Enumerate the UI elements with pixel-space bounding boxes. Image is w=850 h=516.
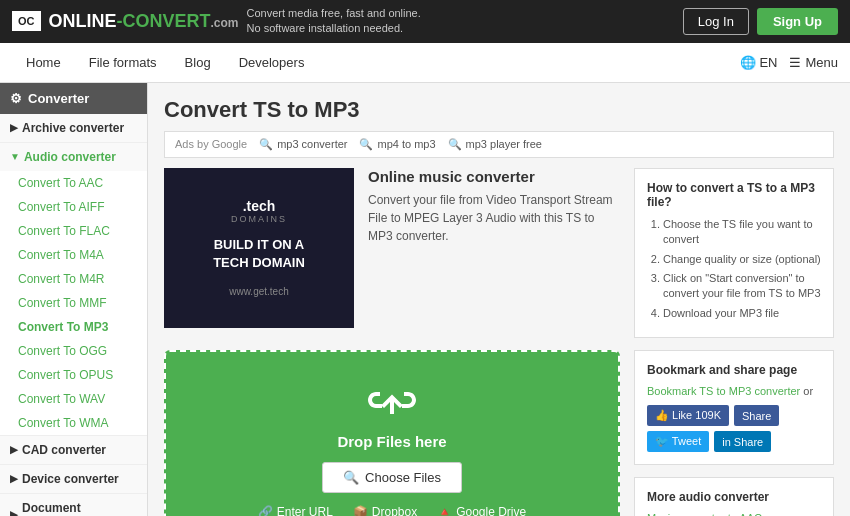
bookmark-link[interactable]: Bookmark TS to MP3 converter [647,385,800,397]
bookmark-text: Bookmark TS to MP3 converter or [647,385,821,397]
ad-link-1[interactable]: 🔍 mp3 converter [259,138,347,151]
logo-area: OC ONLINE-CONVERT.com Convert media free… [12,6,421,37]
ad-label: Ads by Google [175,138,247,150]
header: OC ONLINE-CONVERT.com Convert media free… [0,0,850,43]
nav-blog[interactable]: Blog [171,43,225,82]
more-link-aac[interactable]: Music converter to AAC [647,512,821,516]
content-left: .tech DOMAINS BUILD IT ON ATECH DOMAIN w… [164,168,620,516]
how-to-step-4: Download your MP3 file [663,306,821,321]
ad-link-3[interactable]: 🔍 mp3 player free [448,138,542,151]
upload-area[interactable]: Drop Files here 🔍 Choose Files 🔗 Enter U… [164,350,620,516]
sidebar-device-header[interactable]: ▶ Device converter [0,465,147,493]
logo-icon: OC [12,11,41,31]
main-content: Convert TS to MP3 Ads by Google 🔍 mp3 co… [148,83,850,516]
sidebar-item-flac[interactable]: Convert To FLAC [0,219,147,243]
how-to-step-3: Click on "Start conversion" to convert y… [663,271,821,302]
sidebar-title: ⚙ Converter [0,83,147,114]
ad-bar: Ads by Google 🔍 mp3 converter 🔍 mp4 to m… [164,131,834,158]
drive-icon: 🔺 [437,505,452,516]
menu-label: Menu [805,55,838,70]
arrow-icon: ▶ [10,444,18,455]
sidebar-item-m4r[interactable]: Convert To M4R [0,267,147,291]
nav-links: Home File formats Blog Developers [12,43,318,82]
sidebar-item-opus[interactable]: Convert To OPUS [0,363,147,387]
drop-text: Drop Files here [186,433,598,450]
sidebar-section-audio: ▼ Audio converter Convert To AAC Convert… [0,143,147,436]
main-nav: Home File formats Blog Developers 🌐 EN ☰… [0,43,850,83]
page-title: Convert TS to MP3 [164,97,834,123]
sidebar-audio-header[interactable]: ▼ Audio converter [0,143,147,171]
social-buttons: 👍 Like 109K Share 🐦 Tweet in Share [647,405,821,452]
sidebar-cad-header[interactable]: ▶ CAD converter [0,436,147,464]
hamburger-icon: ☰ [789,55,801,70]
right-sidebar: How to convert a TS to a MP3 file? Choos… [634,168,834,516]
ad-brand: .tech [243,198,276,214]
search-icon: 🔍 [343,470,359,485]
ad-url: www.get.tech [229,286,288,297]
gear-icon: ⚙ [10,91,22,106]
arrow-icon: ▶ [10,473,18,484]
link-icon: 🔗 [258,505,273,516]
google-drive-link[interactable]: 🔺 Google Drive [437,505,526,516]
logo-text: ONLINE-CONVERT.com [49,11,239,32]
dropbox-link[interactable]: 📦 Dropbox [353,505,417,516]
arrow-icon: ▶ [10,509,18,516]
sidebar-item-ogg[interactable]: Convert To OGG [0,339,147,363]
how-to-steps: Choose the TS file you want to convert C… [647,217,821,321]
sidebar-section-document: ▶ Document converter [0,494,147,516]
content-row: .tech DOMAINS BUILD IT ON ATECH DOMAIN w… [164,168,834,516]
more-audio-box: More audio converter Music converter to … [634,477,834,516]
login-button[interactable]: Log In [683,8,749,35]
info-box: .tech DOMAINS BUILD IT ON ATECH DOMAIN w… [164,168,620,340]
twitter-tweet-button[interactable]: 🐦 Tweet [647,431,709,452]
language-selector[interactable]: 🌐 EN [740,55,777,70]
how-to-title: How to convert a TS to a MP3 file? [647,181,821,209]
linkedin-share-button[interactable]: in Share [714,431,771,452]
ad-tagline: BUILD IT ON ATECH DOMAIN [213,236,305,272]
globe-icon: 🌐 [740,55,756,70]
facebook-like-button[interactable]: 👍 Like 109K [647,405,729,426]
choose-files-button[interactable]: 🔍 Choose Files [322,462,462,493]
upload-links: 🔗 Enter URL 📦 Dropbox 🔺 Google Drive [186,505,598,516]
lang-label: EN [759,55,777,70]
more-audio-title: More audio converter [647,490,821,504]
tagline: Convert media free, fast and online. No … [247,6,421,37]
arrow-icon: ▼ [10,151,20,162]
nav-developers[interactable]: Developers [225,43,319,82]
search-icon: 🔍 [359,138,373,151]
signup-button[interactable]: Sign Up [757,8,838,35]
page-layout: ⚙ Converter ▶ Archive converter ▼ Audio … [0,83,850,516]
enter-url-link[interactable]: 🔗 Enter URL [258,505,333,516]
arrow-icon: ▶ [10,122,18,133]
nav-file-formats[interactable]: File formats [75,43,171,82]
how-to-box: How to convert a TS to a MP3 file? Choos… [634,168,834,338]
sidebar-section-device: ▶ Device converter [0,465,147,494]
bookmark-title: Bookmark and share page [647,363,821,377]
facebook-share-button[interactable]: Share [734,405,779,426]
upload-icon [186,376,598,425]
how-to-step-2: Change quality or size (optional) [663,252,821,267]
sidebar: ⚙ Converter ▶ Archive converter ▼ Audio … [0,83,148,516]
sidebar-section-cad: ▶ CAD converter [0,436,147,465]
sidebar-item-m4a[interactable]: Convert To M4A [0,243,147,267]
sidebar-item-mp3[interactable]: Convert To MP3 [0,315,147,339]
dropbox-icon: 📦 [353,505,368,516]
sidebar-archive-header[interactable]: ▶ Archive converter [0,114,147,142]
sidebar-item-aac[interactable]: Convert To AAC [0,171,147,195]
header-actions: Log In Sign Up [683,8,838,35]
sidebar-item-wma[interactable]: Convert To WMA [0,411,147,435]
sidebar-item-aiff[interactable]: Convert To AIFF [0,195,147,219]
sidebar-item-wav[interactable]: Convert To WAV [0,387,147,411]
ad-link-2[interactable]: 🔍 mp4 to mp3 [359,138,435,151]
nav-home[interactable]: Home [12,43,75,82]
search-icon: 🔍 [448,138,462,151]
sidebar-section-archive: ▶ Archive converter [0,114,147,143]
ad-domains: DOMAINS [231,214,287,224]
how-to-step-1: Choose the TS file you want to convert [663,217,821,248]
menu-button[interactable]: ☰ Menu [789,55,838,70]
ad-image: .tech DOMAINS BUILD IT ON ATECH DOMAIN w… [164,168,354,328]
bookmark-box: Bookmark and share page Bookmark TS to M… [634,350,834,465]
search-icon: 🔍 [259,138,273,151]
sidebar-item-mmf[interactable]: Convert To MMF [0,291,147,315]
sidebar-document-header[interactable]: ▶ Document converter [0,494,147,516]
